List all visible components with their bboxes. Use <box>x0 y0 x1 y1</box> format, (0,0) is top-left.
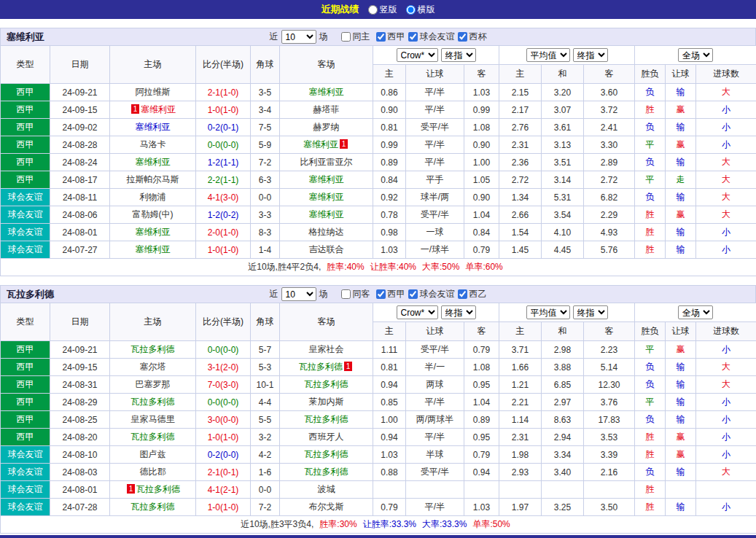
home-team-link[interactable]: 塞尔塔 <box>140 362 166 372</box>
summary-part: 单率:50% <box>472 519 510 529</box>
avg-home-odds: 2.31 <box>499 136 542 154</box>
avg-time-select[interactable]: 终指 <box>573 48 608 62</box>
home-team-link[interactable]: 德比郡 <box>140 467 166 477</box>
league-filter[interactable]: 球会友谊 <box>408 288 455 300</box>
away-team-link[interactable]: 塞维利亚 <box>309 209 344 219</box>
avg-time-select[interactable]: 终指 <box>573 305 608 319</box>
competition-type: 球会友谊 <box>1 481 50 499</box>
league-checkbox[interactable] <box>376 32 386 42</box>
avg-odds-select[interactable]: 平均值 <box>526 48 570 62</box>
away-team-link[interactable]: 吉达联合 <box>309 244 344 254</box>
score-cell[interactable]: 1-2(0-2) <box>196 206 251 224</box>
score-cell[interactable]: 1-0(1-0) <box>196 499 251 516</box>
avg-odds-select[interactable]: 平均值 <box>526 305 570 319</box>
away-team-link[interactable]: 塞维利亚 <box>309 87 344 97</box>
home-team-link[interactable]: 阿拉维斯 <box>136 87 171 97</box>
home-team-link[interactable]: 瓦拉多利德 <box>131 397 175 407</box>
score-cell[interactable]: 2-2(1-1) <box>196 171 251 189</box>
away-team-link[interactable]: 布尔戈斯 <box>309 502 344 512</box>
home-team-link[interactable]: 马洛卡 <box>140 139 166 149</box>
layout-option[interactable]: 横版 <box>406 4 435 16</box>
odds-time-select[interactable]: 终指 <box>441 48 476 62</box>
odds-time-select[interactable]: 终指 <box>441 305 476 319</box>
home-team-link[interactable]: 富勒姆(中) <box>133 209 174 219</box>
away-team-link[interactable]: 波城 <box>318 484 335 494</box>
score-cell[interactable]: 0-2(0-1) <box>196 119 251 136</box>
score-cell[interactable]: 2-1(0-1) <box>196 464 251 481</box>
home-team-link[interactable]: 塞维利亚 <box>141 104 176 114</box>
competition-type: 西甲 <box>1 171 50 189</box>
away-team-link[interactable]: 塞维利亚 <box>303 139 338 149</box>
score-cell[interactable]: 1-0(1-0) <box>196 101 251 119</box>
away-team-link[interactable]: 比利亚雷亚尔 <box>300 157 353 167</box>
league-checkbox[interactable] <box>408 32 418 42</box>
home-team-link[interactable]: 皇家马德里 <box>131 414 175 424</box>
away-team-link[interactable]: 瓦拉多利德 <box>305 449 348 459</box>
layout-radio[interactable] <box>368 5 378 15</box>
away-team-link[interactable]: 瓦拉多利德 <box>305 414 348 424</box>
score-cell[interactable]: 0-0(0-0) <box>196 341 251 359</box>
home-team-link[interactable]: 利物浦 <box>140 192 166 202</box>
scope-select[interactable]: 全场 <box>678 48 713 62</box>
score-cell[interactable]: 1-2(1-1) <box>196 154 251 171</box>
home-team-link[interactable]: 瓦拉多利德 <box>136 484 180 494</box>
league-filter[interactable]: 球会友谊 <box>408 31 455 43</box>
score-cell[interactable]: 1-0(1-0) <box>196 429 251 446</box>
away-team-link[interactable]: 西班牙人 <box>309 432 344 442</box>
away-team-link[interactable]: 格拉纳达 <box>309 227 344 237</box>
score-cell[interactable]: 0-2(0-0) <box>196 446 251 464</box>
league-filter[interactable]: 西乙 <box>458 288 487 300</box>
score-cell[interactable]: 0-0(0-0) <box>196 394 251 411</box>
league-checkbox[interactable] <box>408 289 418 299</box>
recent-count-select[interactable]: 10 <box>281 30 316 44</box>
league-filter[interactable]: 西甲 <box>376 288 405 300</box>
away-team-cell: 赫罗纳 <box>280 119 373 136</box>
home-team-link[interactable]: 图卢兹 <box>140 449 166 459</box>
away-team-link[interactable]: 赫塔菲 <box>313 104 340 114</box>
league-filter[interactable]: 西甲 <box>376 31 405 43</box>
away-team-link[interactable]: 皇家社会 <box>309 344 344 354</box>
venue-filter[interactable]: 同客 <box>341 288 370 300</box>
recent-count-select[interactable]: 10 <box>281 287 316 301</box>
home-team-link[interactable]: 瓦拉多利德 <box>131 344 175 354</box>
layout-option-label: 横版 <box>418 4 435 16</box>
score-cell[interactable]: 1-0(1-0) <box>196 241 251 259</box>
score-cell[interactable]: 3-0(0-0) <box>196 411 251 429</box>
home-team-link[interactable]: 塞维利亚 <box>136 244 171 254</box>
home-team-link[interactable]: 瓦拉多利德 <box>131 432 175 442</box>
league-checkbox[interactable] <box>458 289 467 299</box>
result-outcome: 胜 <box>635 101 666 119</box>
venue-checkbox[interactable] <box>341 289 351 299</box>
home-team-link[interactable]: 巴塞罗那 <box>136 379 171 389</box>
venue-checkbox[interactable] <box>341 32 351 42</box>
home-team-link[interactable]: 拉斯帕尔马斯 <box>127 174 179 184</box>
score-cell[interactable]: 3-1(2-0) <box>196 359 251 376</box>
home-team-link[interactable]: 塞维利亚 <box>136 122 171 132</box>
score-cell[interactable]: 4-1(3-0) <box>196 189 251 206</box>
away-team-link[interactable]: 瓦拉多利德 <box>299 362 343 372</box>
score-cell[interactable]: 4-1(2-1) <box>196 481 251 499</box>
odds-company-select[interactable]: Crow* <box>397 305 438 319</box>
odds-company-select[interactable]: Crow* <box>397 48 438 62</box>
scope-select[interactable]: 全场 <box>678 305 713 319</box>
league-filter[interactable]: 西杯 <box>458 31 487 43</box>
away-team-link[interactable]: 赫罗纳 <box>313 122 340 132</box>
score-cell[interactable]: 0-0(0-0) <box>196 136 251 154</box>
away-team-link[interactable]: 塞维利亚 <box>309 174 344 184</box>
venue-filter[interactable]: 同主 <box>341 31 370 43</box>
home-team-link[interactable]: 瓦拉多利德 <box>131 502 175 512</box>
away-team-link[interactable]: 塞维利亚 <box>309 192 344 202</box>
away-team-link[interactable]: 瓦拉多利德 <box>305 379 348 389</box>
score-cell[interactable]: 2-0(1-0) <box>196 224 251 241</box>
score-cell[interactable]: 2-1(1-0) <box>196 84 251 101</box>
away-team-link[interactable]: 莱加内斯 <box>309 397 344 407</box>
home-team-link[interactable]: 塞维利亚 <box>136 227 171 237</box>
avg-away-odds: 2.41 <box>584 119 635 136</box>
away-team-link[interactable]: 瓦拉多利德 <box>305 467 348 477</box>
league-checkbox[interactable] <box>458 32 467 42</box>
layout-option[interactable]: 竖版 <box>368 4 397 16</box>
league-checkbox[interactable] <box>376 289 386 299</box>
layout-radio[interactable] <box>406 5 416 15</box>
score-cell[interactable]: 7-0(3-0) <box>196 376 251 394</box>
home-team-link[interactable]: 塞维利亚 <box>136 157 171 167</box>
